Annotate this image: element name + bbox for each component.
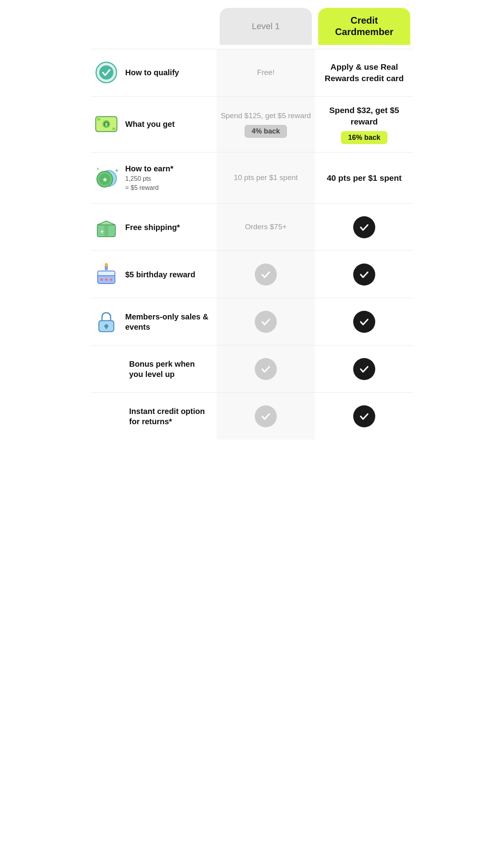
row-cell-credit-shipping	[315, 204, 413, 251]
row-main-label: What you get	[125, 119, 175, 129]
row-birthday-reward: $5 birthday reward	[91, 251, 413, 298]
row-members-only: Members-only sales & events	[91, 298, 413, 345]
row-what-you-get: $ What you get Spend $125, get $5 reward…	[91, 96, 413, 152]
level1-earn-text: 10 pts per $1 spent	[234, 173, 298, 183]
level1-bonus-check	[255, 358, 277, 380]
row-cell-level1-shipping: Orders $75+	[217, 204, 315, 251]
svg-rect-28	[106, 326, 107, 329]
credit-get-text: Spend $32, get $5 reward	[319, 104, 410, 128]
row-how-to-earn: ★ + + How to earn* 1,250 pts= $5 reward …	[91, 152, 413, 203]
row-free-shipping: + Free shipping* Orders $75+	[91, 203, 413, 251]
credit-get-badge: 16% back	[341, 131, 387, 144]
row-instant-credit: Instant credit option for returns*	[91, 392, 413, 440]
row-cell-credit-bonus	[315, 345, 413, 392]
header-level1-label: Level 1	[252, 21, 280, 32]
row-cell-level1-instant	[217, 393, 315, 440]
row-cell-credit-instant	[315, 393, 413, 440]
row-label-text-birthday: $5 birthday reward	[125, 269, 195, 280]
row-cell-level1-birthday	[217, 251, 315, 298]
credit-shipping-check	[353, 216, 375, 238]
row-sub-label: 1,250 pts= $5 reward	[125, 174, 173, 192]
row-cell-level1-qualify: Free!	[217, 49, 315, 96]
row-label-text-what-you-get: What you get	[125, 119, 175, 129]
level1-members-check	[255, 311, 277, 333]
comparison-table: Level 1 Credit Cardmember How to qualify…	[91, 0, 413, 440]
svg-point-23	[100, 278, 103, 281]
header-credit: Credit Cardmember	[318, 8, 410, 45]
row-label-free-shipping: + Free shipping*	[91, 204, 217, 251]
row-label-instant-credit: Instant credit option for returns*	[91, 393, 217, 440]
row-cell-level1-members	[217, 298, 315, 345]
svg-rect-22	[98, 271, 115, 276]
row-cell-level1-get: Spend $125, get $5 reward 4% back	[217, 97, 315, 152]
level1-get-badge: 4% back	[245, 125, 287, 138]
row-main-label: Free shipping*	[125, 222, 180, 232]
header-credit-label: Credit Cardmember	[322, 15, 406, 38]
svg-text:+: +	[100, 228, 104, 235]
row-label-what-you-get: $ What you get	[91, 97, 217, 152]
row-label-bonus-perk: Bonus perk when you level up	[91, 345, 217, 392]
row-label-text-members-only: Members-only sales & events	[125, 312, 209, 332]
header-row: Level 1 Credit Cardmember	[91, 0, 413, 49]
row-cell-credit-qualify: Apply & use Real Rewards credit card	[315, 49, 413, 96]
check-circle-icon	[94, 61, 118, 84]
header-empty	[91, 8, 217, 45]
svg-text:+: +	[96, 167, 99, 172]
row-label-members-only: Members-only sales & events	[91, 298, 217, 345]
row-cell-credit-birthday	[315, 251, 413, 298]
row-cell-level1-bonus	[217, 345, 315, 392]
cake-icon	[94, 263, 118, 286]
svg-text:+: +	[115, 167, 118, 174]
row-label-text-how-to-qualify: How to qualify	[125, 67, 179, 78]
row-main-label: How to earn*	[125, 163, 173, 174]
row-label-text-instant-credit: Instant credit option for returns*	[98, 406, 209, 427]
row-label-birthday: $5 birthday reward	[91, 251, 217, 298]
level1-shipping-text: Orders $75+	[245, 222, 287, 232]
svg-rect-16	[104, 225, 108, 237]
row-main-label: How to qualify	[125, 67, 179, 78]
row-main-label: $5 birthday reward	[125, 269, 195, 280]
row-cell-credit-get: Spend $32, get $5 reward 16% back	[315, 97, 413, 152]
row-label-text-bonus-perk: Bonus perk when you level up	[98, 359, 209, 379]
credit-qualify-text: Apply & use Real Rewards credit card	[319, 61, 410, 84]
row-cell-level1-earn: 10 pts per $1 spent	[217, 152, 315, 203]
row-label-how-to-qualify: How to qualify	[91, 49, 217, 96]
coins-icon: ★ + +	[94, 166, 118, 190]
row-how-to-qualify: How to qualify Free! Apply & use Real Re…	[91, 49, 413, 96]
money-icon: $	[94, 112, 118, 136]
svg-point-2	[99, 65, 113, 80]
credit-members-check	[353, 311, 375, 333]
svg-point-25	[110, 278, 112, 281]
row-label-text-free-shipping: Free shipping*	[125, 222, 180, 232]
row-cell-credit-members	[315, 298, 413, 345]
svg-text:$: $	[105, 122, 107, 127]
svg-rect-7	[97, 118, 100, 121]
row-main-label: Instant credit option for returns*	[129, 406, 209, 427]
level1-birthday-check	[255, 264, 277, 286]
row-main-label: Members-only sales & events	[125, 312, 209, 332]
svg-rect-8	[112, 128, 115, 130]
credit-instant-check	[353, 405, 375, 427]
level1-get-text: Spend $125, get $5 reward	[220, 111, 311, 121]
box-icon: +	[94, 215, 118, 239]
row-bonus-perk: Bonus perk when you level up	[91, 345, 413, 392]
credit-bonus-check	[353, 358, 375, 380]
row-cell-credit-earn: 40 pts per $1 spent	[315, 152, 413, 203]
lock-icon	[94, 310, 118, 334]
row-main-label: Bonus perk when you level up	[129, 359, 209, 379]
level1-qualify-text: Free!	[257, 67, 274, 78]
row-label-text-how-to-earn: How to earn* 1,250 pts= $5 reward	[125, 163, 173, 192]
svg-text:★: ★	[102, 176, 107, 183]
header-level1: Level 1	[220, 8, 312, 45]
level1-instant-check	[255, 405, 277, 427]
row-label-how-to-earn: ★ + + How to earn* 1,250 pts= $5 reward	[91, 152, 217, 203]
credit-birthday-check	[353, 264, 375, 286]
svg-point-24	[105, 278, 107, 281]
credit-earn-text: 40 pts per $1 spent	[327, 172, 402, 184]
